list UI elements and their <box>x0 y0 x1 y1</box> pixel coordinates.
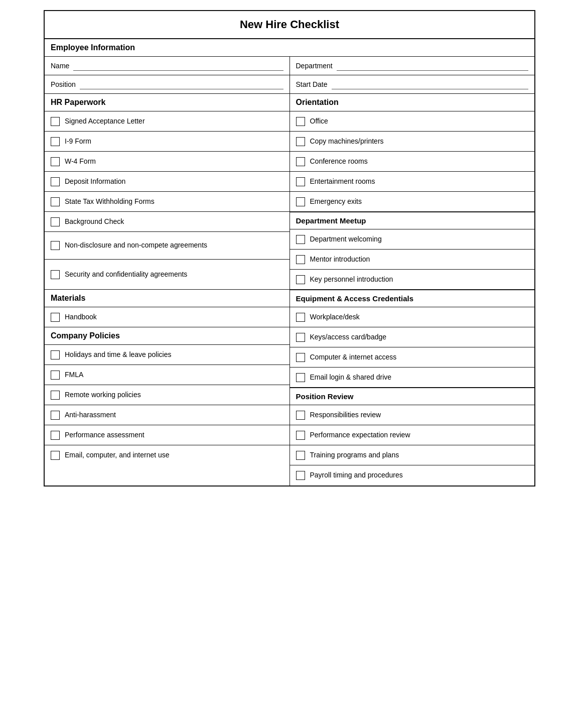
checkbox-state-tax[interactable] <box>51 197 60 206</box>
item-label: Keys/access card/badge <box>310 332 387 342</box>
item-label: Security and confidentiality agreements <box>65 270 187 280</box>
item-label: I-9 Form <box>65 137 91 147</box>
checkbox-email-login[interactable] <box>296 373 305 382</box>
list-item: Remote working policies <box>45 385 290 405</box>
equipment-access-header: Equipment & Access Credentials <box>290 290 535 307</box>
list-item: Security and confidentiality agreements <box>45 260 290 290</box>
item-label: Email login & shared drive <box>310 373 392 383</box>
checkbox-office[interactable] <box>296 117 305 126</box>
item-label: Training programs and plans <box>310 450 399 460</box>
position-label: Position <box>51 80 76 88</box>
item-label: Key personnel introduction <box>310 275 393 285</box>
position-review-subsection: Responsibilities review Performance expe… <box>290 405 535 486</box>
list-item: Handbook <box>45 307 290 327</box>
checkbox-responsibilities[interactable] <box>296 411 305 420</box>
employee-info-header: Employee Information <box>45 39 534 57</box>
checkbox-deposit[interactable] <box>51 177 60 186</box>
checkbox-background[interactable] <box>51 217 60 226</box>
list-item: State Tax Withholding Forms <box>45 192 290 212</box>
item-label: Computer & internet access <box>310 352 397 362</box>
list-item: Payroll timing and procedures <box>290 465 535 486</box>
item-label: Signed Acceptance Letter <box>65 116 145 127</box>
item-label: Responsibilities review <box>310 410 381 420</box>
checkbox-computer-internet[interactable] <box>296 353 305 362</box>
name-input[interactable] <box>73 61 283 71</box>
checkbox-w4[interactable] <box>51 157 60 166</box>
item-label: Payroll timing and procedures <box>310 470 403 480</box>
checklist-title: New Hire Checklist <box>45 11 534 39</box>
checkbox-payroll-timing[interactable] <box>296 471 305 480</box>
name-label: Name <box>51 62 69 70</box>
checkbox-remote[interactable] <box>51 391 60 400</box>
item-label: Conference rooms <box>310 157 368 167</box>
checkbox-mentor-intro[interactable] <box>296 255 305 264</box>
checkbox-keys-badge[interactable] <box>296 333 305 342</box>
item-label: Emergency exits <box>310 197 362 207</box>
list-item: Mentor introduction <box>290 250 535 270</box>
checkbox-training-programs[interactable] <box>296 451 305 460</box>
department-meetup-header: Department Meetup <box>290 212 535 229</box>
checkbox-performance-expectation[interactable] <box>296 431 305 440</box>
list-item: Non-disclosure and non-compete agreement… <box>45 232 290 260</box>
left-column: Signed Acceptance Letter I-9 Form W-4 Fo… <box>45 111 290 486</box>
list-item: Email login & shared drive <box>290 368 535 388</box>
checkbox-antiharassment[interactable] <box>51 411 60 420</box>
list-item: Workplace/desk <box>290 307 535 327</box>
list-item: Deposit Information <box>45 172 290 192</box>
name-department-row: Name Department <box>45 57 534 75</box>
checkbox-performance-assessment[interactable] <box>51 431 60 440</box>
position-field-container: Position <box>45 75 290 93</box>
list-item: FMLA <box>45 365 290 385</box>
checkbox-security-conf[interactable] <box>51 270 60 279</box>
item-label: Non-disclosure and non-compete agreement… <box>65 240 207 251</box>
list-item: Entertainment rooms <box>290 172 535 192</box>
list-item: Performance expectation review <box>290 425 535 445</box>
item-label: FMLA <box>65 370 83 380</box>
item-label: Mentor introduction <box>310 255 370 265</box>
checkbox-key-personnel[interactable] <box>296 275 305 284</box>
item-label: Holidays and time & leave policies <box>65 350 171 360</box>
checkbox-entertainment[interactable] <box>296 177 305 186</box>
checkbox-nda[interactable] <box>51 241 60 250</box>
list-item: Background Check <box>45 212 290 232</box>
checkbox-dept-welcoming[interactable] <box>296 235 305 244</box>
list-item: Copy machines/printers <box>290 132 535 152</box>
checkbox-emergency-exits[interactable] <box>296 197 305 206</box>
item-label: W-4 Form <box>65 157 96 167</box>
checkbox-copy-machines[interactable] <box>296 137 305 146</box>
list-item: I-9 Form <box>45 132 290 152</box>
list-item: Key personnel introduction <box>290 270 535 290</box>
list-item: Responsibilities review <box>290 405 535 425</box>
item-label: Department welcoming <box>310 234 382 245</box>
equipment-access-subsection: Workplace/desk Keys/access card/badge Co… <box>290 307 535 388</box>
item-label: Performance expectation review <box>310 430 410 440</box>
department-input[interactable] <box>337 61 528 71</box>
item-label: State Tax Withholding Forms <box>65 197 155 207</box>
department-field-container: Department <box>290 57 535 75</box>
list-item: Training programs and plans <box>290 445 535 465</box>
checkbox-handbook[interactable] <box>51 313 60 322</box>
startdate-input[interactable] <box>332 79 528 89</box>
position-startdate-row: Position Start Date <box>45 75 534 94</box>
position-input[interactable] <box>80 79 283 89</box>
orientation-header: Orientation <box>290 94 535 111</box>
checkbox-email-computer[interactable] <box>51 451 60 460</box>
checkbox-conference-rooms[interactable] <box>296 157 305 166</box>
hr-paperwork-header: HR Paperwork <box>45 94 290 111</box>
item-label: Entertainment rooms <box>310 177 375 187</box>
checkbox-holidays[interactable] <box>51 350 60 359</box>
checkbox-signed-acceptance[interactable] <box>51 117 60 126</box>
list-item: Emergency exits <box>290 192 535 212</box>
item-label: Handbook <box>65 312 97 322</box>
checkbox-i9[interactable] <box>51 137 60 146</box>
item-label: Copy machines/printers <box>310 137 384 147</box>
checkbox-workplace-desk[interactable] <box>296 313 305 322</box>
materials-header: Materials <box>45 290 290 307</box>
item-label: Workplace/desk <box>310 312 360 322</box>
list-item: Anti-harassment <box>45 405 290 425</box>
list-item: Holidays and time & leave policies <box>45 345 290 365</box>
checkbox-fmla[interactable] <box>51 371 60 380</box>
list-item: Email, computer, and internet use <box>45 445 290 465</box>
list-item: Signed Acceptance Letter <box>45 111 290 132</box>
list-item: Computer & internet access <box>290 347 535 368</box>
